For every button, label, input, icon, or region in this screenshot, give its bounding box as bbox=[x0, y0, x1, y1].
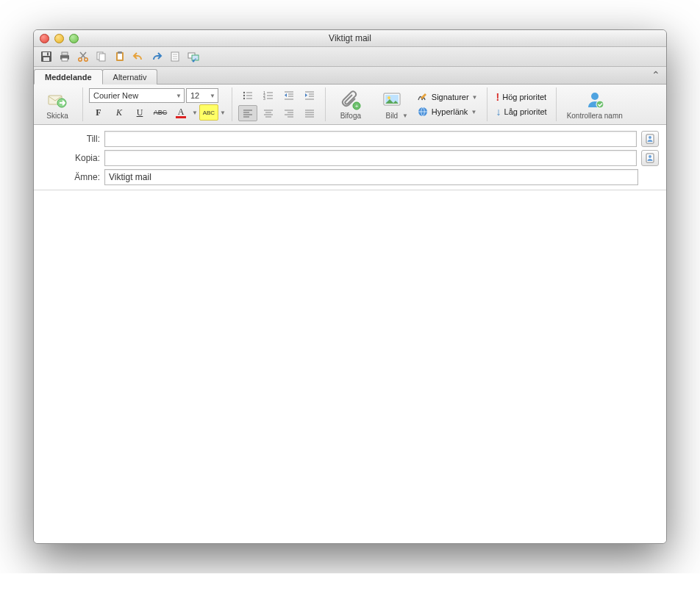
redo-button[interactable] bbox=[149, 49, 165, 64]
svg-rect-6 bbox=[62, 58, 68, 61]
svg-rect-14 bbox=[118, 54, 122, 60]
ribbon-collapse-button[interactable]: ⌃ bbox=[651, 67, 666, 84]
svg-rect-12 bbox=[99, 54, 105, 61]
font-family-select[interactable]: Courier New ▼ bbox=[89, 88, 185, 103]
paste-button[interactable] bbox=[112, 49, 128, 64]
chevron-down-icon: ▼ bbox=[472, 94, 478, 101]
send-label: Skicka bbox=[46, 112, 68, 120]
align-left-button[interactable] bbox=[238, 105, 257, 121]
align-center-icon bbox=[262, 107, 274, 119]
align-justify-icon bbox=[304, 107, 315, 119]
bullet-list-button[interactable] bbox=[238, 87, 257, 104]
align-justify-button[interactable] bbox=[300, 105, 319, 121]
strikethrough-button[interactable]: ABC bbox=[151, 104, 170, 121]
svg-point-72 bbox=[649, 155, 651, 158]
tab-message[interactable]: Meddelande bbox=[34, 69, 103, 85]
svg-point-70 bbox=[649, 136, 651, 139]
check-names-button[interactable]: Kontrollera namn bbox=[562, 88, 627, 121]
signatures-label: Signaturer bbox=[432, 93, 469, 101]
to-row: Till: bbox=[41, 131, 659, 147]
svg-rect-15 bbox=[118, 51, 122, 54]
low-priority-label: Låg prioritet bbox=[504, 107, 547, 116]
arrow-down-icon: ↓ bbox=[496, 106, 501, 118]
subject-label: Ämne: bbox=[41, 172, 100, 182]
cc-row: Kopia: bbox=[41, 150, 659, 166]
copy-icon bbox=[96, 51, 107, 62]
traffic-lights bbox=[34, 34, 79, 43]
copy-button[interactable] bbox=[93, 49, 110, 64]
media-browser-button[interactable] bbox=[185, 49, 201, 64]
globe-link-icon bbox=[417, 106, 429, 118]
svg-rect-2 bbox=[43, 57, 49, 61]
font-color-dropdown[interactable]: ▼ bbox=[192, 110, 198, 116]
subject-field[interactable] bbox=[104, 169, 638, 185]
group-paragraph: 123 bbox=[238, 87, 326, 121]
svg-point-26 bbox=[243, 95, 245, 96]
save-button[interactable] bbox=[38, 49, 54, 64]
picture-button[interactable]: Bild ▼ bbox=[373, 88, 411, 121]
to-label: Till: bbox=[41, 134, 100, 144]
svg-text:+: + bbox=[355, 103, 359, 110]
low-priority-button[interactable]: ↓ Låg prioritet bbox=[493, 105, 550, 118]
font-size-select[interactable]: 12 ▼ bbox=[186, 88, 218, 103]
highlight-button[interactable]: ABC bbox=[199, 104, 218, 121]
numbered-list-button[interactable]: 123 bbox=[259, 87, 278, 104]
bold-button[interactable]: F bbox=[89, 104, 108, 121]
align-right-button[interactable] bbox=[279, 105, 299, 121]
svg-point-22 bbox=[193, 60, 195, 62]
print-button[interactable] bbox=[57, 49, 73, 64]
font-color-button[interactable]: A bbox=[171, 104, 190, 121]
decrease-indent-button[interactable] bbox=[279, 87, 299, 104]
to-address-book-button[interactable] bbox=[641, 131, 659, 147]
to-field[interactable] bbox=[104, 131, 637, 147]
ribbon: Skicka Courier New ▼ 12 ▼ F K bbox=[34, 85, 666, 125]
address-book-icon bbox=[644, 133, 656, 145]
group-insert: + Bifoga Bild ▼ Signaturer ▼ Hyperlänk ▼ bbox=[332, 87, 488, 121]
check-names-label: Kontrollera namn bbox=[567, 112, 623, 120]
minimize-window-button[interactable] bbox=[54, 34, 64, 43]
high-priority-button[interactable]: ! Hög prioritet bbox=[493, 90, 550, 104]
italic-button[interactable]: K bbox=[110, 104, 129, 121]
hyperlink-button[interactable]: Hyperlänk ▼ bbox=[414, 105, 481, 118]
paperclip-icon: + bbox=[340, 90, 361, 110]
attach-button[interactable]: + Bifoga bbox=[332, 88, 370, 121]
cut-button[interactable] bbox=[75, 49, 91, 64]
subject-row: Ämne: bbox=[41, 169, 659, 185]
group-priority: ! Hög prioritet ↓ Låg prioritet bbox=[493, 87, 557, 121]
send-button[interactable]: Skicka bbox=[38, 88, 76, 121]
signatures-button[interactable]: Signaturer ▼ bbox=[414, 90, 481, 104]
undo-button[interactable] bbox=[130, 49, 146, 64]
toggle-formatting-button[interactable] bbox=[167, 49, 183, 64]
picture-label: Bild bbox=[386, 112, 399, 120]
person-check-icon bbox=[585, 90, 605, 110]
message-body[interactable] bbox=[34, 190, 666, 543]
attach-label: Bifoga bbox=[340, 112, 361, 120]
underline-button[interactable]: U bbox=[130, 104, 149, 121]
align-center-button[interactable] bbox=[259, 105, 278, 121]
close-window-button[interactable] bbox=[40, 34, 49, 43]
picture-icon bbox=[382, 90, 402, 110]
svg-rect-3 bbox=[47, 53, 49, 56]
zoom-window-button[interactable] bbox=[69, 34, 79, 43]
titlebar: Viktigt mail bbox=[34, 30, 666, 47]
cc-address-book-button[interactable] bbox=[641, 150, 659, 166]
svg-point-65 bbox=[388, 96, 390, 99]
bullet-list-icon bbox=[242, 90, 254, 101]
align-right-icon bbox=[283, 107, 295, 119]
font-size-value: 12 bbox=[190, 91, 199, 100]
svg-rect-5 bbox=[62, 52, 68, 55]
printer-icon bbox=[59, 51, 71, 62]
signature-icon bbox=[417, 91, 429, 103]
svg-rect-21 bbox=[192, 55, 199, 60]
cc-field[interactable] bbox=[104, 150, 637, 166]
svg-text:3: 3 bbox=[263, 96, 265, 101]
increase-indent-button[interactable] bbox=[300, 87, 319, 104]
numbered-list-icon: 123 bbox=[262, 90, 274, 101]
svg-line-9 bbox=[81, 52, 86, 58]
redo-icon bbox=[151, 51, 162, 62]
highlight-dropdown[interactable]: ▼ bbox=[220, 110, 226, 116]
chevron-down-icon: ▼ bbox=[402, 112, 408, 119]
tab-options[interactable]: Alternativ bbox=[102, 69, 158, 85]
chevron-down-icon: ▼ bbox=[176, 93, 182, 99]
clipboard-icon bbox=[114, 51, 126, 62]
